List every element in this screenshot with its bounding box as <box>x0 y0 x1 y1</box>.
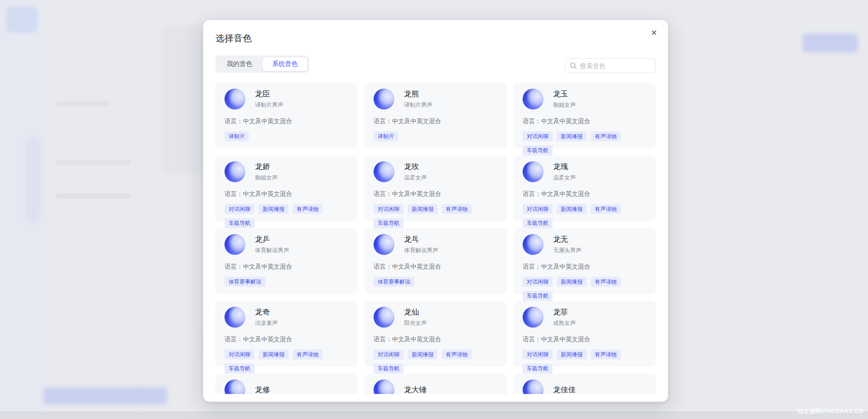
voice-avatar-icon <box>523 379 544 394</box>
voice-card[interactable]: 龙乒 体育解说男声 语言：中文及中英文混合 体育赛事解说 <box>215 228 358 294</box>
background-logo-block <box>6 6 37 33</box>
voice-tags: 对话闲聊新闻播报有声读物车载导航 <box>523 349 647 374</box>
voice-name: 龙佳佳 <box>553 385 576 394</box>
voice-card[interactable]: 龙菲 成熟女声 语言：中文及中英文混合 对话闲聊新闻播报有声读物车载导航 <box>514 301 656 367</box>
search-input[interactable] <box>580 62 651 70</box>
voice-avatar-icon <box>374 89 394 110</box>
voice-subtitle: 无厘头男声 <box>553 247 582 254</box>
voice-tag: 对话闲聊 <box>523 349 553 359</box>
voice-avatar-icon <box>523 89 544 110</box>
voice-name: 龙玫 <box>404 162 427 172</box>
voice-picker-modal: ✕ 选择音色 我的音色 系统音色 龙臣 译制片男声 语言：中文及中英文混合 译制… <box>203 20 668 402</box>
voice-tag: 有声读物 <box>293 204 323 214</box>
voice-tag: 译制片 <box>374 131 398 141</box>
voice-language: 语言：中文及中英文混合 <box>374 263 498 271</box>
voice-avatar-icon <box>224 307 245 328</box>
background-skeleton-line <box>55 160 131 165</box>
voice-tag: 体育赛事解说 <box>374 277 414 287</box>
close-icon[interactable]: ✕ <box>649 28 659 38</box>
voice-card[interactable]: 龙臣 译制片男声 语言：中文及中英文混合 译制片 <box>215 83 358 149</box>
voice-card[interactable]: 龙仙 阳光女声 语言：中文及中英文混合 对话闲聊新闻播报有声读物车载导航 <box>364 301 507 367</box>
watermark: 知企源码PROSAAS.CN <box>797 407 863 415</box>
voice-card[interactable]: 龙乓 体育解说男声 语言：中文及中英文混合 体育赛事解说 <box>364 228 507 294</box>
tab-my-voices[interactable]: 我的音色 <box>217 57 262 71</box>
voice-name: 龙菲 <box>553 307 576 317</box>
voice-card[interactable]: 龙修 <box>215 374 358 394</box>
voice-avatar-icon <box>523 161 544 182</box>
voice-tag: 新闻播报 <box>259 204 289 214</box>
voice-card[interactable]: 龙无 无厘头男声 语言：中文及中英文混合 对话闲聊新闻播报有声读物车载导航 <box>514 228 656 294</box>
voice-card[interactable]: 龙玫 温柔女声 语言：中文及中英文混合 对话闲聊新闻播报有声读物车载导航 <box>364 155 507 221</box>
voice-tags: 对话闲聊新闻播报有声读物车载导航 <box>224 204 349 228</box>
search-icon <box>570 62 577 69</box>
voice-tag: 车载导航 <box>374 364 404 374</box>
voice-avatar-icon <box>224 234 245 255</box>
voice-tag: 有声读物 <box>293 349 323 359</box>
voice-tag: 车载导航 <box>224 218 254 228</box>
voice-card-head: 龙佳佳 <box>523 379 647 394</box>
voice-tag: 新闻播报 <box>557 349 587 359</box>
voice-tags: 译制片 <box>374 131 498 141</box>
voice-language: 语言：中文及中英文混合 <box>523 263 647 271</box>
voice-tag: 新闻播报 <box>557 204 587 214</box>
voice-subtitle: 阳光女声 <box>404 319 427 327</box>
voice-language: 语言：中文及中英文混合 <box>224 263 349 271</box>
voice-tag: 车载导航 <box>523 218 553 228</box>
voice-card-head: 龙奇 活泼童声 <box>224 307 349 328</box>
voice-name: 龙仙 <box>404 307 427 317</box>
voice-name: 龙乓 <box>404 234 438 244</box>
voice-tags: 译制片 <box>224 131 349 141</box>
tab-system-voices[interactable]: 系统音色 <box>262 57 308 71</box>
voice-tag: 车载导航 <box>523 291 553 301</box>
voice-language: 语言：中文及中英文混合 <box>224 335 349 344</box>
voice-name: 龙奇 <box>255 307 278 317</box>
voice-card[interactable]: 龙娇 御姐女声 语言：中文及中英文混合 对话闲聊新闻播报有声读物车载导航 <box>215 155 358 221</box>
voice-name: 龙大锤 <box>404 385 427 394</box>
voice-tag: 有声读物 <box>591 277 621 287</box>
voice-card[interactable]: 龙奇 活泼童声 语言：中文及中英文混合 对话闲聊新闻播报有声读物车载导航 <box>215 301 358 367</box>
voice-tag: 对话闲聊 <box>523 204 553 214</box>
voice-tag: 对话闲聊 <box>224 349 254 359</box>
voice-tag: 新闻播报 <box>557 277 587 287</box>
background-secondary-panel <box>45 0 139 419</box>
voice-language: 语言：中文及中英文混合 <box>374 190 498 198</box>
background-primary-button <box>803 34 858 53</box>
voice-avatar-icon <box>224 89 245 110</box>
voice-subtitle: 温柔女声 <box>404 174 427 182</box>
voice-tag: 对话闲聊 <box>523 277 553 287</box>
voice-tag: 新闻播报 <box>408 349 438 359</box>
voice-card[interactable]: 龙大锤 <box>364 374 507 394</box>
voice-card[interactable]: 龙玉 御姐女声 语言：中文及中英文混合 对话闲聊新闻播报有声读物车载导航 <box>514 83 656 149</box>
background-primary-button <box>44 387 167 404</box>
voice-name: 龙瑰 <box>553 162 576 172</box>
voice-card-head: 龙玫 温柔女声 <box>374 161 498 182</box>
voice-search-box[interactable] <box>565 58 656 73</box>
voice-language: 语言：中文及中英文混合 <box>523 117 647 125</box>
voice-tag: 有声读物 <box>591 349 621 359</box>
voice-subtitle: 成熟女声 <box>553 319 576 327</box>
voice-card-head: 龙仙 阳光女声 <box>374 307 498 328</box>
background-skeleton-line <box>55 193 131 199</box>
voice-tags: 对话闲聊新闻播报有声读物车载导航 <box>224 349 349 374</box>
voice-grid-viewport[interactable]: 龙臣 译制片男声 语言：中文及中英文混合 译制片 龙熊 译制片男声 语言：中文及… <box>215 83 656 394</box>
voice-tag: 体育赛事解说 <box>224 277 265 287</box>
voice-subtitle: 译制片男声 <box>404 101 433 109</box>
voice-card[interactable]: 龙瑰 温柔女声 语言：中文及中英文混合 对话闲聊新闻播报有声读物车载导航 <box>514 155 656 221</box>
voice-tag: 车载导航 <box>224 364 254 374</box>
voice-card-head: 龙熊 译制片男声 <box>374 89 498 110</box>
background-bottom-bar <box>0 411 868 419</box>
voice-subtitle: 活泼童声 <box>255 319 278 327</box>
voice-card-head: 龙乓 体育解说男声 <box>374 234 498 255</box>
voice-card[interactable]: 龙佳佳 <box>514 374 656 394</box>
voice-avatar-icon <box>523 307 544 328</box>
voice-tags: 体育赛事解说 <box>224 277 349 287</box>
voice-tag: 有声读物 <box>442 349 472 359</box>
voice-card-head: 龙玉 御姐女声 <box>523 89 647 110</box>
voice-card-head: 龙瑰 温柔女声 <box>523 161 647 182</box>
voice-tag: 车载导航 <box>374 218 404 228</box>
voice-card-head: 龙大锤 <box>374 379 498 394</box>
voice-tag: 有声读物 <box>591 204 621 214</box>
voice-tag: 有声读物 <box>442 204 472 214</box>
voice-language: 语言：中文及中英文混合 <box>224 190 349 198</box>
voice-card[interactable]: 龙熊 译制片男声 语言：中文及中英文混合 译制片 <box>364 83 507 149</box>
